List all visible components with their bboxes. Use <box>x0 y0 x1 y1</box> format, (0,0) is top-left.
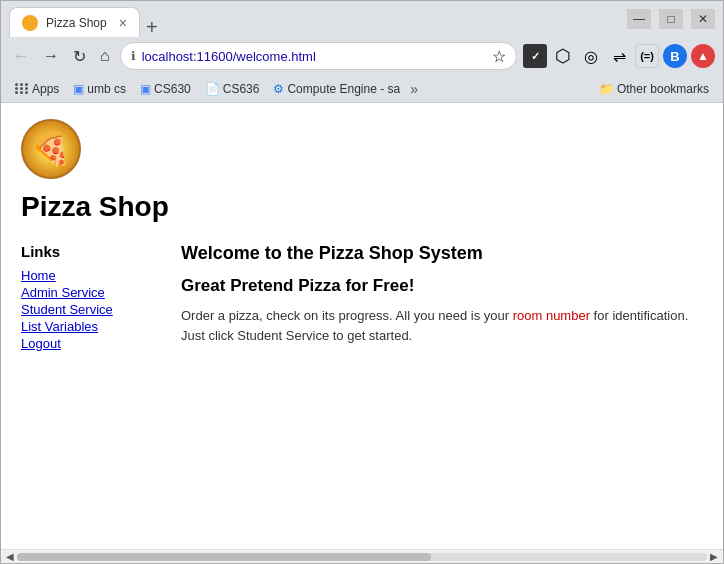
ext-icon-3[interactable]: ◎ <box>579 44 603 68</box>
browser-window: Pizza Shop × + — □ ✕ ← → ↻ ⌂ ℹ localhost… <box>0 0 724 564</box>
other-bookmarks-label: Other bookmarks <box>617 82 709 96</box>
compute-engine-label: Compute Engine - sa <box>287 82 400 96</box>
minimize-button[interactable]: — <box>627 9 651 29</box>
extension-icons: ✓ ⬡ ◎ ⇌ (=) B <box>523 44 715 68</box>
cs630-icon: ▣ <box>140 82 151 96</box>
bookmark-apps[interactable]: Apps <box>9 80 65 98</box>
scroll-right-arrow[interactable]: ▶ <box>707 551 721 562</box>
sidebar-link-logout[interactable]: Logout <box>21 336 151 351</box>
maximize-button[interactable]: □ <box>659 9 683 29</box>
title-bar: Pizza Shop × + — □ ✕ <box>1 1 723 37</box>
cs630-label: CS630 <box>154 82 191 96</box>
more-bookmarks-button[interactable]: » <box>410 81 418 97</box>
tab-strip: Pizza Shop × + <box>9 1 615 37</box>
compute-engine-icon: ⚙ <box>273 82 284 96</box>
other-bookmarks[interactable]: 📁 Other bookmarks <box>593 80 715 98</box>
ext-icon-1[interactable]: ✓ <box>523 44 547 68</box>
umb-cs-label: umb cs <box>87 82 126 96</box>
sidebar-link-home[interactable]: Home <box>21 268 151 283</box>
ext-icon-5[interactable]: (=) <box>635 44 659 68</box>
lock-icon: ℹ <box>131 49 136 63</box>
sidebar-link-admin-service[interactable]: Admin Service <box>21 285 151 300</box>
back-button[interactable]: ← <box>9 45 33 67</box>
star-icon[interactable]: ☆ <box>492 47 506 66</box>
sidebar: Links Home Admin Service Student Service… <box>21 243 151 351</box>
ext-icon-4[interactable]: ⇌ <box>607 44 631 68</box>
bookmark-cs636[interactable]: 📄 CS636 <box>199 80 266 98</box>
folder-icon: 📁 <box>599 82 614 96</box>
bookmark-cs630[interactable]: ▣ CS630 <box>134 80 197 98</box>
umb-cs-icon: ▣ <box>73 82 84 96</box>
page-title: Pizza Shop <box>21 191 703 223</box>
apps-grid-icon <box>15 83 29 94</box>
sidebar-heading: Links <box>21 243 151 260</box>
bookmark-compute-engine[interactable]: ⚙ Compute Engine - sa <box>267 80 406 98</box>
url-display: localhost:11600/welcome.html <box>142 49 486 64</box>
sidebar-link-list-variables[interactable]: List Variables <box>21 319 151 334</box>
forward-button[interactable]: → <box>39 45 63 67</box>
scroll-left-arrow[interactable]: ◀ <box>3 551 17 562</box>
desc-text-1: Order a pizza, check on its progress. Al… <box>181 308 513 323</box>
pizza-emoji: 🍕 <box>31 130 71 168</box>
address-bar-row: ← → ↻ ⌂ ℹ localhost:11600/welcome.html ☆… <box>1 37 723 75</box>
desc-highlight: room number <box>513 308 590 323</box>
bookmark-umb-cs[interactable]: ▣ umb cs <box>67 80 132 98</box>
ext-icon-2[interactable]: ⬡ <box>551 44 575 68</box>
bookmarks-bar: Apps ▣ umb cs ▣ CS630 📄 CS636 ⚙ Compute … <box>1 75 723 103</box>
reload-button[interactable]: ↻ <box>69 45 90 68</box>
home-button[interactable]: ⌂ <box>96 45 114 67</box>
new-tab-button[interactable]: + <box>146 17 158 37</box>
main-content: Welcome to the Pizza Shop System Great P… <box>181 243 703 351</box>
tab-title: Pizza Shop <box>46 16 107 30</box>
sidebar-links: Home Admin Service Student Service List … <box>21 268 151 351</box>
pizza-logo: 🍕 <box>21 119 81 179</box>
scroll-track[interactable] <box>17 553 707 561</box>
cs636-icon: 📄 <box>205 82 220 96</box>
page-content: 🍕 Pizza Shop Links Home Admin Service St… <box>1 103 723 549</box>
description: Order a pizza, check on its progress. Al… <box>181 306 703 345</box>
profile-button[interactable]: B <box>663 44 687 68</box>
update-button[interactable] <box>691 44 715 68</box>
welcome-heading: Welcome to the Pizza Shop System <box>181 243 703 264</box>
sidebar-link-student-service[interactable]: Student Service <box>21 302 151 317</box>
content-layout: Links Home Admin Service Student Service… <box>21 243 703 351</box>
tab-favicon <box>22 15 38 31</box>
horizontal-scrollbar[interactable]: ◀ ▶ <box>1 549 723 563</box>
close-window-button[interactable]: ✕ <box>691 9 715 29</box>
sub-heading: Great Pretend Pizza for Free! <box>181 276 703 296</box>
window-controls: — □ ✕ <box>627 9 715 29</box>
scroll-thumb[interactable] <box>17 553 431 561</box>
address-box[interactable]: ℹ localhost:11600/welcome.html ☆ <box>120 42 517 70</box>
active-tab[interactable]: Pizza Shop × <box>9 7 140 37</box>
tab-close-button[interactable]: × <box>119 15 127 31</box>
cs636-label: CS636 <box>223 82 260 96</box>
address-icons: ☆ <box>492 47 506 66</box>
apps-label: Apps <box>32 82 59 96</box>
